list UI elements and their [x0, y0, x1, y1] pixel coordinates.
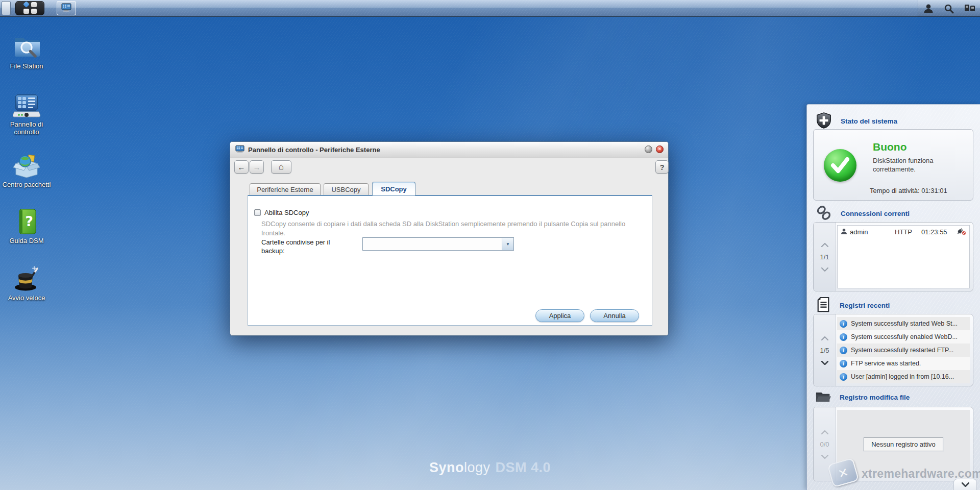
chain-link-icon — [816, 205, 832, 223]
pager-down-icon[interactable] — [821, 265, 828, 273]
pager-down-icon — [821, 453, 828, 460]
main-menu-icon — [23, 2, 37, 14]
log-row[interactable]: iSystem successfully enabled WebD... — [837, 330, 970, 344]
status-ok-icon — [824, 149, 856, 182]
window-titlebar[interactable]: Pannello di controllo - Periferiche Este… — [230, 142, 668, 158]
log-row[interactable]: iUser [admin] logged in from [10.16... — [837, 370, 970, 383]
pager-down-icon[interactable] — [821, 359, 828, 366]
tab-periferiche-esterne[interactable]: Periferiche Esterne — [250, 183, 321, 195]
connection-time: 01:23:55 — [921, 228, 957, 236]
logs-list: iSystem successfully started Web St... i… — [837, 317, 970, 383]
info-icon: i — [840, 333, 847, 341]
connections-list: admin HTTP 01:23:55 — [837, 225, 970, 288]
info-icon: i — [840, 347, 847, 354]
synology-dsm-logo: SynologyDSM 4.0 — [429, 460, 551, 476]
pilot-view-icon[interactable] — [963, 2, 976, 15]
forward-button[interactable]: → — [250, 160, 264, 174]
search-icon[interactable] — [942, 2, 955, 15]
desktop: File Station Pannello di controllo Centr… — [0, 0, 980, 490]
enable-sdcopy-label: Abilita SDCopy — [264, 209, 309, 216]
connections-pager: 1/1 — [814, 223, 836, 291]
connection-protocol: HTTP — [895, 228, 921, 236]
connection-row[interactable]: admin HTTP 01:23:55 — [838, 226, 969, 238]
file-log-card: 0/0 Nessun registro attivo — [813, 407, 973, 481]
shared-folder-value — [363, 238, 502, 250]
log-row[interactable]: iFTP service was started. — [837, 357, 970, 370]
connection-user: admin — [850, 228, 895, 236]
log-text: System successfully started Web St... — [851, 320, 958, 327]
widget-collapse-tab[interactable] — [953, 479, 977, 490]
log-text: User [admin] logged in from [10.16... — [851, 373, 954, 380]
desktop-icon-label: Centro pacchetti — [2, 181, 51, 188]
desktop-icon-label: Avvio veloce — [2, 294, 51, 302]
system-status-card: Buono DiskStation funziona correttamente… — [813, 129, 973, 201]
pager-up-icon[interactable] — [821, 241, 828, 249]
shield-icon — [815, 112, 832, 131]
back-button[interactable]: ← — [234, 160, 249, 174]
desktop-icon-dsm-help[interactable]: ? Guida DSM — [2, 208, 51, 244]
apply-button[interactable]: Applica — [535, 309, 584, 322]
uptime-text: Tempo di attività: 01:31:01 — [870, 187, 947, 194]
desktop-icon-control-panel[interactable]: Pannello di controllo — [2, 94, 51, 136]
logo-version: DSM 4.0 — [496, 460, 551, 475]
window-toolbar: ← → ⌂ ? — [230, 158, 668, 179]
log-text: System successfully enabled WebD... — [851, 333, 958, 340]
log-text: System successfully restarted FTP... — [851, 347, 953, 354]
tab-sdcopy[interactable]: SDCopy — [372, 182, 415, 195]
close-button[interactable]: ✕ — [656, 145, 664, 153]
home-button[interactable]: ⌂ — [271, 160, 291, 174]
package-center-icon — [2, 153, 51, 179]
minimize-button[interactable] — [645, 145, 652, 153]
pager-up-icon — [821, 428, 828, 436]
quick-start-icon — [2, 265, 51, 292]
file-log-pager: 0/0 — [814, 407, 836, 481]
log-text: FTP service was started. — [851, 360, 921, 367]
logo-text: logy — [464, 460, 491, 475]
desktop-icon-label: Guida DSM — [2, 237, 51, 244]
file-log-empty-area: Nessun registro attivo — [837, 410, 970, 478]
section-title: Stato del sistema — [841, 117, 897, 125]
info-icon: i — [840, 320, 847, 328]
taskbar-control-panel-button[interactable] — [57, 1, 76, 15]
desktop-icon-file-station[interactable]: File Station — [2, 32, 51, 70]
connections-card: 1/1 admin HTTP 01:23:55 — [813, 222, 973, 291]
desktop-icon-quick-start[interactable]: Avvio veloce — [2, 265, 51, 302]
file-log-header: Registro modifica file — [815, 389, 910, 405]
shared-folder-select[interactable]: ▼ — [362, 237, 514, 251]
logo-text-bold: Syno — [429, 460, 464, 475]
help-button[interactable]: ? — [655, 160, 669, 174]
taskbar — [0, 0, 980, 17]
desktop-icon-label: File Station — [2, 62, 51, 70]
shared-folder-label: Cartelle condivise per il backup: — [261, 238, 343, 255]
sdcopy-description: SDCopy consente di copiare i dati dalla … — [261, 219, 643, 238]
info-icon: i — [840, 360, 847, 368]
section-title: Registri recenti — [840, 302, 890, 309]
disconnect-icon[interactable] — [957, 227, 966, 237]
control-panel-window: Pannello di controllo - Periferiche Este… — [230, 141, 669, 336]
section-title: Registro modifica file — [840, 394, 910, 401]
recent-logs-card: 1/5 iSystem successfully started Web St.… — [813, 314, 973, 386]
control-panel-mini-icon — [61, 3, 71, 13]
pager-up-icon[interactable] — [821, 334, 828, 342]
file-station-icon — [2, 32, 51, 60]
log-row[interactable]: iSystem successfully restarted FTP... — [837, 344, 970, 357]
log-row[interactable]: iSystem successfully started Web St... — [837, 317, 970, 330]
status-description: DiskStation funziona correttamente. — [873, 156, 964, 174]
logs-pager: 1/5 — [814, 314, 836, 386]
main-menu-button[interactable] — [15, 1, 44, 15]
show-desktop-button[interactable] — [2, 1, 11, 15]
tab-usbcopy[interactable]: USBCopy — [324, 183, 369, 195]
cancel-button[interactable]: Annulla — [590, 309, 639, 322]
enable-sdcopy-checkbox-row[interactable]: Abilita SDCopy — [254, 209, 309, 216]
dropdown-arrow-icon[interactable]: ▼ — [502, 238, 513, 250]
chevron-down-icon — [962, 481, 969, 488]
svg-text:?: ? — [25, 213, 33, 229]
system-health-widget: Stato del sistema Buono DiskStation funz… — [806, 104, 980, 490]
sdcopy-panel: Abilita SDCopy SDCopy consente di copiar… — [248, 195, 652, 326]
pager-label: 1/1 — [820, 253, 829, 261]
window-icon — [235, 145, 244, 155]
desktop-icon-package-center[interactable]: Centro pacchetti — [2, 153, 51, 188]
enable-sdcopy-checkbox[interactable] — [254, 209, 261, 216]
taskbar-tray — [918, 0, 980, 17]
user-icon[interactable] — [922, 2, 935, 15]
